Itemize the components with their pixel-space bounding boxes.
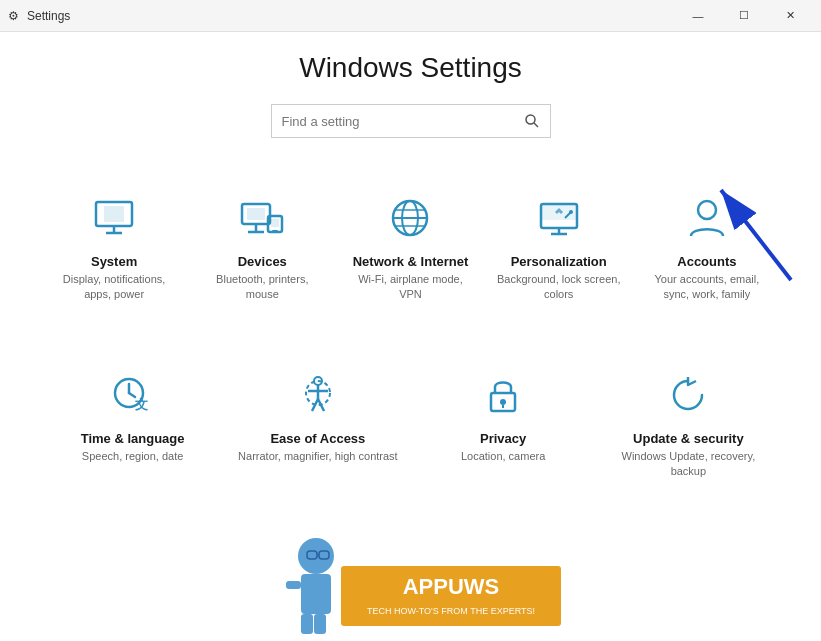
network-name: Network & Internet bbox=[353, 254, 469, 269]
svg-rect-11 bbox=[271, 219, 279, 227]
svg-rect-43 bbox=[316, 581, 331, 589]
svg-rect-45 bbox=[314, 614, 326, 634]
svg-rect-3 bbox=[104, 206, 124, 222]
setting-update[interactable]: Update & security Windows Update, recove… bbox=[596, 351, 781, 498]
personalization-name: Personalization bbox=[511, 254, 607, 269]
setting-system[interactable]: System Display, notifications, apps, pow… bbox=[40, 174, 188, 321]
ease-desc: Narrator, magnifier, high contrast bbox=[238, 449, 398, 464]
watermark: APPUWS TECH HOW-TO'S FROM THE EXPERTS! bbox=[251, 526, 571, 641]
minimize-button[interactable]: — bbox=[675, 0, 721, 32]
svg-rect-42 bbox=[286, 581, 301, 589]
close-button[interactable]: ✕ bbox=[767, 0, 813, 32]
ease-name: Ease of Access bbox=[270, 431, 365, 446]
setting-personalization[interactable]: Personalization Background, lock screen,… bbox=[485, 174, 633, 321]
page-title: Windows Settings bbox=[40, 52, 781, 84]
settings-gear-icon: ⚙ bbox=[8, 9, 19, 23]
svg-line-1 bbox=[534, 123, 538, 127]
privacy-icon bbox=[477, 369, 529, 421]
svg-point-23 bbox=[569, 210, 573, 214]
settings-row2: 文 Time & language Speech, region, date E… bbox=[40, 351, 781, 498]
time-desc: Speech, region, date bbox=[82, 449, 184, 464]
system-name: System bbox=[91, 254, 137, 269]
svg-text:APPUWS: APPUWS bbox=[402, 574, 499, 599]
setting-time[interactable]: 文 Time & language Speech, region, date bbox=[40, 351, 225, 498]
personalization-icon bbox=[533, 192, 585, 244]
svg-point-24 bbox=[698, 201, 716, 219]
search-bar bbox=[271, 104, 551, 138]
svg-point-36 bbox=[500, 399, 506, 405]
svg-text:TECH HOW-TO'S FROM THE EXPERTS: TECH HOW-TO'S FROM THE EXPERTS! bbox=[366, 606, 534, 616]
system-icon bbox=[88, 192, 140, 244]
accounts-icon bbox=[681, 192, 733, 244]
settings-row1: System Display, notifications, apps, pow… bbox=[40, 174, 781, 321]
accounts-desc: Your accounts, email, sync, work, family bbox=[643, 272, 771, 303]
network-desc: Wi-Fi, airplane mode, VPN bbox=[346, 272, 474, 303]
search-input[interactable] bbox=[272, 108, 514, 135]
setting-ease[interactable]: Ease of Access Narrator, magnifier, high… bbox=[225, 351, 410, 498]
devices-name: Devices bbox=[238, 254, 287, 269]
setting-devices[interactable]: Devices Bluetooth, printers, mouse bbox=[188, 174, 336, 321]
update-icon bbox=[662, 369, 714, 421]
search-button[interactable] bbox=[514, 105, 550, 137]
svg-point-0 bbox=[526, 115, 535, 124]
svg-rect-41 bbox=[301, 574, 331, 614]
title-bar-controls: — ☐ ✕ bbox=[675, 0, 813, 32]
time-name: Time & language bbox=[81, 431, 185, 446]
network-icon bbox=[384, 192, 436, 244]
title-bar-left: ⚙ Settings bbox=[8, 9, 70, 23]
privacy-name: Privacy bbox=[480, 431, 526, 446]
system-desc: Display, notifications, apps, power bbox=[50, 272, 178, 303]
devices-desc: Bluetooth, printers, mouse bbox=[198, 272, 326, 303]
window-title: Settings bbox=[27, 9, 70, 23]
update-desc: Windows Update, recovery, backup bbox=[606, 449, 771, 480]
privacy-desc: Location, camera bbox=[461, 449, 545, 464]
time-icon: 文 bbox=[107, 369, 159, 421]
maximize-button[interactable]: ☐ bbox=[721, 0, 767, 32]
personalization-desc: Background, lock screen, colors bbox=[495, 272, 623, 303]
accounts-name: Accounts bbox=[677, 254, 736, 269]
devices-icon bbox=[236, 192, 288, 244]
appuws-watermark: APPUWS TECH HOW-TO'S FROM THE EXPERTS! bbox=[251, 526, 571, 641]
title-bar: ⚙ Settings — ☐ ✕ bbox=[0, 0, 821, 32]
update-name: Update & security bbox=[633, 431, 744, 446]
setting-privacy[interactable]: Privacy Location, camera bbox=[411, 351, 596, 498]
svg-rect-12 bbox=[272, 230, 278, 232]
ease-icon bbox=[292, 369, 344, 421]
search-icon bbox=[525, 114, 539, 128]
svg-text:文: 文 bbox=[135, 397, 148, 412]
setting-accounts[interactable]: Accounts Your accounts, email, sync, wor… bbox=[633, 174, 781, 321]
svg-rect-7 bbox=[247, 208, 265, 220]
svg-rect-44 bbox=[301, 614, 313, 634]
setting-network[interactable]: Network & Internet Wi-Fi, airplane mode,… bbox=[336, 174, 484, 321]
